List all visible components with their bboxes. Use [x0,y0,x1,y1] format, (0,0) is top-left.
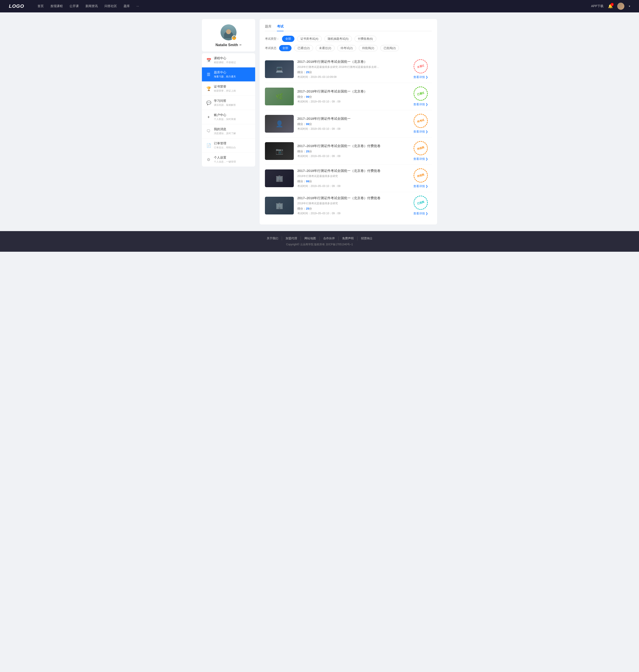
account-icon: ♦ [206,115,211,119]
exam-title: 2017–2018年行测证件考试全国统一（北京卷）付费批卷 [297,196,406,200]
question-bank-icon: ☰ [206,72,211,77]
sidebar-item-course[interactable]: 📅 课程中心 精彩课程，不容错过 [202,53,255,67]
footer: 关于我们加盟代理网站地图合作伙伴免费声明招贤纳士 Copyright© 云朵商学… [0,231,639,252]
exam-status-wrap: 待批阅 查看详情 ❯ [409,168,432,188]
header: LOGO 首页发现课程公开课新闻资讯问答社区题库··· APP下载 🔔 1 ▾ [0,0,639,12]
notification-bell[interactable]: 🔔 1 [608,4,613,9]
chevron-down-icon[interactable]: ▾ [629,5,630,8]
sidebar-item-settings[interactable]: ⚙ 个人设置 个人信息，一键管理 [202,153,255,166]
filter-status-未通过(2)[interactable]: 未通过(2) [316,45,334,51]
exam-status-stamp: 已通过 [412,85,429,102]
app-download-link[interactable]: APP下载 [591,4,604,8]
qa-icon: 💬 [206,100,211,105]
nav-item-公开课[interactable]: 公开课 [69,4,79,8]
exam-status-stamp: 已批阅 [412,194,429,211]
exam-time: 考试时间：2019–05–03 10：09：09 [297,184,406,188]
exam-thumbnail: 🏢 [265,170,294,187]
exam-info: 2017–2018年行测证件考试全国统一（北京卷）付费批卷 2018年行测考试是… [297,196,406,215]
sidebar-item-qa[interactable]: 💬 学习问答 课后巩固，疑难解答 [202,96,255,110]
filter-type-随机抽题考试(5)[interactable]: 随机抽题考试(5) [324,36,352,42]
footer-link-网站地图[interactable]: 网站地图 [301,236,320,240]
filter-status-已通过(2)[interactable]: 已通过(2) [294,45,313,51]
account-subtitle: 个人权益，实时掌握 [214,117,251,121]
nav-item-···[interactable]: ··· [137,4,139,8]
certificate-subtitle: 收获荣誉，持证上岗 [214,89,251,93]
main-container: 🏅 Natalie Smith ✏ 📅 课程中心 精彩课程，不容错过 ☰ 题库中… [198,12,441,231]
sidebar-item-certificate[interactable]: 🏆 证书荣誉 收获荣誉，持证上岗 [202,82,255,96]
footer-link-关于我们[interactable]: 关于我们 [263,236,282,240]
exam-detail-link[interactable]: 查看详情 ❯ [414,184,428,188]
exam-status-wrap: 已批阅 查看详情 ❯ [409,196,432,215]
avatar-image [617,3,624,10]
exam-detail-link[interactable]: 查看详情 ❯ [414,75,428,79]
exam-title: 2017–2018年行测证件考试全国统一 [297,117,406,121]
footer-link-合作伙伴[interactable]: 合作伙伴 [320,236,339,240]
exam-item-3: 👤 2017–2018年行测证件考试全国统一 得分：99分 考试时间：2019–… [265,110,432,138]
footer-link-免费声明[interactable]: 免费声明 [339,236,357,240]
messages-icon: 🗨 [206,129,211,133]
edit-icon[interactable]: ✏ [239,44,241,47]
exam-desc: 2018年行测考试是最值得多去研究 2018年行测考试是最值得多去研究 2018… [297,65,381,69]
filter-status-已批阅(2)[interactable]: 已批阅(2) [380,45,399,51]
avatar[interactable] [617,3,624,10]
notification-badge: 1 [611,3,614,6]
exam-time: 考试时间：2019–05–03 10:09:09 [297,75,406,79]
filter-type-证书类考试(4)[interactable]: 证书类考试(4) [297,36,322,42]
exam-desc: 2018年行测考试是最值得多去研究 [297,174,381,178]
exam-thumbnail: 📷 [265,142,294,160]
exam-status-wrap: 未通过 查看详情 ❯ [409,59,432,79]
exam-detail-link[interactable]: 查看详情 ❯ [414,130,428,134]
filter-status-row: 考试状态 全部已通过(2)未通过(2)待考试(2)待批阅(2)已批阅(2) [265,45,432,51]
nav-item-题库[interactable]: 题库 [124,4,130,8]
logo: LOGO [9,3,24,9]
exam-status-stamp: 待批阅 [412,140,429,157]
nav-item-发现课程[interactable]: 发现课程 [50,4,63,8]
exam-title: 2017–2018年行测证件考试全国统一（北京卷） [297,90,406,94]
exam-status-stamp: 待批阅 [412,167,429,184]
filter-status-全部[interactable]: 全部 [279,45,292,51]
sidebar-item-messages[interactable]: 🗨 我的消息 消息通知，及时了解 [202,124,255,139]
sidebar-menu: 📅 课程中心 精彩课程，不容错过 ☰ 题库中心 海量习题，助力通关 🏆 证书荣誉… [202,53,255,166]
nav-item-新闻资讯[interactable]: 新闻资讯 [85,4,98,8]
sidebar-username: Natalie Smith ✏ [205,43,252,47]
exam-detail-link[interactable]: 查看详情 ❯ [414,212,428,215]
sidebar-item-account[interactable]: ♦ 账户中心 个人权益，实时掌握 [202,110,255,124]
nav-item-问答社区[interactable]: 问答社区 [105,4,117,8]
tab-考试[interactable]: 考试 [277,25,283,31]
exam-thumbnail: 👤 [265,115,294,133]
exam-info: 2017–2018年行测证件考试全国统一（北京卷）付费批卷 2018年行测考试是… [297,169,406,188]
account-title: 账户中心 [214,113,251,117]
qa-subtitle: 课后巩固，疑难解答 [214,103,251,107]
exam-info: 2017–2018年行测证件考试全国统一（北京卷）付费批卷 得分：25分 考试时… [297,144,406,158]
footer-copyright: Copyright© 云朵商学院 版权所有 京ICP备17051340号–1 [0,243,639,246]
exam-score: 得分：25分 [297,149,406,154]
exam-title: 2017–2018年行测证件考试全国统一（北京卷）付费批卷 [297,169,406,173]
sidebar-badge: 🏅 [232,35,236,41]
sidebar-item-orders[interactable]: 📄 订单管理 订单支出，明明白白 [202,139,255,153]
exam-list: 💻 2017–2018年行测证件考试全国统一（北京卷） 2018年行测考试是最值… [265,56,432,219]
main-nav: 首页发现课程公开课新闻资讯问答社区题库··· [37,4,591,8]
exam-status-stamp: 待考试 [412,112,429,129]
exam-item-4: 📷 2017–2018年行测证件考试全国统一（北京卷）付费批卷 得分：25分 考… [265,138,432,165]
filter-status-待批阅(2)[interactable]: 待批阅(2) [359,45,378,51]
filter-type-全部[interactable]: 全部 [282,36,294,42]
nav-item-首页[interactable]: 首页 [37,4,44,8]
exam-status-wrap: 待考试 查看详情 ❯ [409,114,432,134]
orders-title: 订单管理 [214,142,251,145]
filter-status-label: 考试状态 [265,46,277,50]
footer-link-加盟代理[interactable]: 加盟代理 [282,236,301,240]
exam-detail-link[interactable]: 查看详情 ❯ [414,102,428,107]
filter-type-row: 考试类型： 全部证书类考试(4)随机抽题考试(5)付费批卷(6) [265,36,432,42]
settings-subtitle: 个人信息，一键管理 [214,160,251,163]
filter-status-待考试(2)[interactable]: 待考试(2) [337,45,356,51]
footer-links: 关于我们加盟代理网站地图合作伙伴免费声明招贤纳士 [0,236,639,240]
exam-thumbnail: 🌿 [265,87,294,105]
footer-link-招贤纳士[interactable]: 招贤纳士 [357,236,376,240]
tab-题库[interactable]: 题库 [265,25,271,31]
filter-type-付费批卷(6)[interactable]: 付费批卷(6) [355,36,376,42]
exam-thumbnail: 🏢 [265,197,294,214]
username-text: Natalie Smith [215,43,238,47]
sidebar-item-question-bank[interactable]: ☰ 题库中心 海量习题，助力通关 [202,67,255,82]
qa-title: 学习问答 [214,99,251,103]
exam-detail-link[interactable]: 查看详情 ❯ [414,157,428,161]
